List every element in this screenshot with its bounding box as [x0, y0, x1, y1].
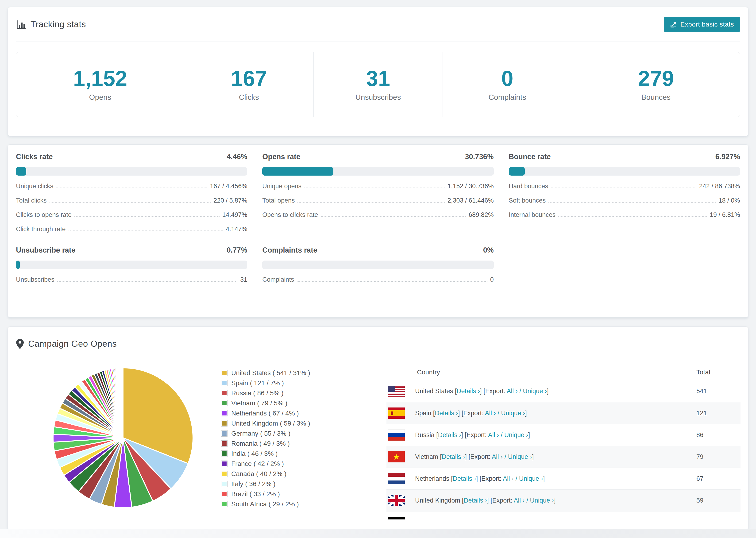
rate-detail-value: 2,303 / 61.446%: [448, 197, 494, 204]
stat-value: 31: [366, 68, 390, 89]
dotted-leader: [304, 188, 445, 188]
geo-table-row-russia: Russia [Details ›] [Export: All › / Uniq…: [387, 424, 740, 446]
export-all-link[interactable]: All ›: [488, 431, 499, 439]
rate-detail-value: 167 / 4.456%: [210, 183, 247, 190]
legend-label: Romania ( 49 / 3% ): [231, 440, 290, 447]
total-cell: 59: [696, 497, 740, 504]
table-text: ] [Export:: [476, 475, 503, 482]
geo-table-row-united-kingdom: United Kingdom [Details ›] [Export: All …: [387, 489, 740, 511]
rate-detail-label: Unique opens: [262, 183, 301, 190]
legend-swatch: [221, 420, 228, 426]
legend-item-brazil: Brazil ( 33 / 2% ): [221, 489, 310, 499]
table-text: ] [Export:: [468, 519, 495, 520]
rate-detail-label: Click through rate: [16, 226, 66, 233]
dotted-leader: [56, 188, 207, 188]
table-text: Germany [: [415, 519, 445, 520]
country-cell: United Kingdom [Details ›] [Export: All …: [387, 495, 696, 506]
export-unique-link[interactable]: Unique ›: [519, 475, 543, 482]
rate-detail-value: 242 / 86.738%: [699, 183, 740, 190]
legend-label: Spain ( 121 / 7% ): [231, 379, 284, 387]
export-unique-link[interactable]: Unique ›: [501, 409, 525, 417]
stat-value: 279: [638, 68, 674, 89]
table-text: ] [Export:: [461, 431, 488, 439]
details-link[interactable]: Details ›: [457, 388, 480, 395]
country-cell: Russia [Details ›] [Export: All › / Uniq…: [387, 429, 696, 441]
rate-detail-row: Unsubscribes31: [16, 276, 247, 283]
stat-complaints: 0Complaints: [443, 52, 572, 117]
link-separator: /: [518, 388, 523, 395]
table-text: ]: [554, 497, 556, 504]
export-unique-link[interactable]: Unique ›: [511, 519, 535, 520]
table-text: ] [Export:: [458, 409, 485, 417]
rate-panel-value: 6.927%: [715, 153, 740, 161]
rate-detail-label: Internal bounces: [509, 211, 556, 219]
details-link[interactable]: Details ›: [442, 453, 465, 460]
export-all-link[interactable]: All ›: [507, 388, 518, 395]
legend-swatch: [221, 410, 228, 416]
export-unique-link[interactable]: Unique ›: [508, 453, 532, 460]
export-all-link[interactable]: All ›: [492, 453, 503, 460]
rate-panel-value: 0%: [483, 246, 494, 254]
table-text: ]: [528, 431, 530, 439]
country-links: Spain [Details ›] [Export: All › / Uniqu…: [415, 409, 527, 417]
rate-panel-bounce-rate: Bounce rate6.927%Hard bounces242 / 86.73…: [509, 153, 740, 233]
table-text: United States [: [415, 388, 457, 395]
legend-label: Italy ( 36 / 2% ): [231, 480, 275, 488]
geo-header: Campaign Geo Opens: [8, 327, 748, 361]
details-link[interactable]: Details ›: [453, 475, 476, 482]
rate-progress-bar: [262, 167, 494, 176]
country-cell: Germany [Details ›] [Export: All › / Uni…: [387, 517, 696, 519]
link-separator: /: [503, 453, 508, 460]
rate-panel-title: Unsubscribe rate: [16, 246, 75, 254]
export-all-link[interactable]: All ›: [495, 519, 506, 520]
rate-detail-row: Unique opens1,152 / 30.736%: [262, 183, 494, 190]
details-link[interactable]: Details ›: [464, 497, 487, 504]
rate-panel-opens-rate: Opens rate30.736%Unique opens1,152 / 30.…: [262, 153, 494, 233]
export-all-link[interactable]: All ›: [485, 409, 496, 417]
export-all-link[interactable]: All ›: [503, 475, 514, 482]
total-cell: 67: [696, 475, 740, 482]
legend-swatch: [221, 451, 228, 457]
details-link[interactable]: Details ›: [445, 519, 468, 520]
rate-detail-row: Complaints0: [262, 276, 494, 283]
legend-item-vietnam: Vietnam ( 79 / 5% ): [221, 398, 310, 408]
dotted-leader: [558, 216, 707, 217]
rate-detail-value: 19 / 6.81%: [710, 211, 740, 219]
table-text: ] [Export:: [480, 388, 507, 395]
country-column-header: Country: [417, 368, 440, 376]
legend-item-france: France ( 42 / 2% ): [221, 459, 310, 469]
export-all-link[interactable]: All ›: [514, 497, 525, 504]
export-unique-link[interactable]: Unique ›: [530, 497, 554, 504]
details-link[interactable]: Details ›: [435, 409, 458, 417]
rate-detail-row: Hard bounces242 / 86.738%: [509, 183, 740, 190]
stat-opens: 1,152Opens: [16, 52, 184, 117]
campaign-geo-opens-card: Campaign Geo Opens United States ( 541 /…: [8, 327, 748, 530]
stat-value: 167: [231, 68, 267, 89]
legend-swatch: [221, 481, 228, 487]
link-separator: /: [499, 431, 504, 439]
geo-table-row-vietnam: Vietnam [Details ›] [Export: All › / Uni…: [387, 446, 740, 467]
country-links: United Kingdom [Details ›] [Export: All …: [415, 497, 556, 504]
stat-clicks: 167Clicks: [184, 52, 313, 117]
export-basic-stats-button[interactable]: Export basic stats: [664, 17, 740, 32]
rate-progress-bar: [509, 167, 740, 176]
stat-value: 1,152: [73, 68, 127, 89]
country-cell: Vietnam [Details ›] [Export: All › / Uni…: [387, 451, 696, 462]
legend-item-united-states: United States ( 541 / 31% ): [221, 368, 310, 378]
country-links: United States [Details ›] [Export: All ›…: [415, 388, 549, 395]
details-link[interactable]: Details ›: [438, 431, 461, 439]
rate-progress-fill: [16, 260, 20, 269]
rate-progress-bar: [16, 167, 247, 176]
rate-detail-row: Soft bounces18 / 0%: [509, 197, 740, 204]
rate-detail-label: Unsubscribes: [16, 276, 54, 283]
export-unique-link[interactable]: Unique ›: [504, 431, 528, 439]
legend-label: Vietnam ( 79 / 5% ): [231, 400, 287, 407]
legend-item-romania: Romania ( 49 / 3% ): [221, 439, 310, 449]
rate-panel-unsubscribe-rate: Unsubscribe rate0.77%Unsubscribes31: [16, 246, 247, 283]
stat-bounces: 279Bounces: [572, 52, 740, 117]
geo-opens-pie-chart: [50, 365, 196, 511]
legend-swatch: [221, 440, 228, 447]
tracking-stats-header: Tracking stats Export basic stats: [8, 7, 748, 41]
export-unique-link[interactable]: Unique ›: [523, 388, 547, 395]
geo-table-row-netherlands: Netherlands [Details ›] [Export: All › /…: [387, 467, 740, 489]
